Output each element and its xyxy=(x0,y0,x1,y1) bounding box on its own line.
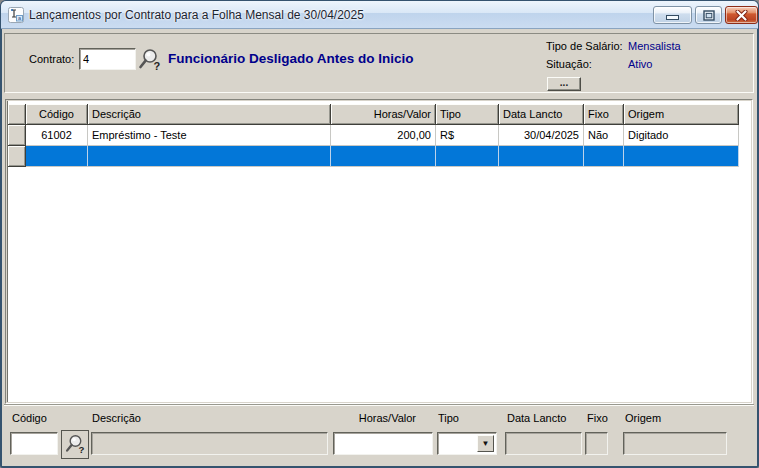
close-icon xyxy=(735,10,748,21)
footer-horas-valor-label: Horas/Valor xyxy=(333,412,433,424)
titlebar[interactable]: a Lançamentos por Contrato para a Folha … xyxy=(1,1,758,29)
minimize-button[interactable] xyxy=(653,6,692,24)
situation-value: Ativo xyxy=(628,58,652,70)
row-indicator[interactable] xyxy=(8,125,26,146)
minimize-icon xyxy=(666,15,679,20)
svg-text:?: ? xyxy=(79,444,85,455)
cell-origem[interactable]: Digitado xyxy=(624,125,739,146)
cell-fixo[interactable]: Não xyxy=(584,125,624,146)
cell-codigo-empty[interactable] xyxy=(26,146,88,167)
column-header-codigo[interactable]: Código xyxy=(26,104,88,125)
footer-data-lancto-label: Data Lancto xyxy=(507,412,566,424)
search-icon: ? xyxy=(64,432,86,457)
edit-panel: Código ? Descrição Horas/Valor Tipo ▼ Da… xyxy=(4,404,754,462)
footer-descricao-input xyxy=(91,432,328,455)
cell-origem-empty[interactable] xyxy=(624,146,739,167)
svg-text:?: ? xyxy=(154,60,161,72)
footer-origem-label: Origem xyxy=(625,412,661,424)
footer-fixo-input xyxy=(585,432,608,455)
footer-search-button[interactable]: ? xyxy=(61,430,89,459)
footer-horas-valor-input[interactable] xyxy=(333,432,433,455)
form-icon: a xyxy=(8,7,24,23)
grid-body: Código Descrição Horas/Valor Tipo Data L… xyxy=(7,101,751,402)
cell-tipo-empty[interactable] xyxy=(436,146,499,167)
footer-codigo-input[interactable] xyxy=(10,432,58,455)
cell-horas-valor-empty[interactable] xyxy=(331,146,436,167)
column-header-data-lancto[interactable]: Data Lancto xyxy=(499,104,584,125)
footer-data-lancto-input xyxy=(505,432,582,455)
contract-label: Contrato: xyxy=(29,53,74,65)
cell-data-lancto[interactable]: 30/04/2025 xyxy=(499,125,584,146)
cell-codigo[interactable]: 61002 xyxy=(26,125,88,146)
contract-header-panel: Contrato: ? Funcionário Desligado Antes … xyxy=(4,33,754,93)
footer-origem-input xyxy=(623,432,727,455)
column-header-fixo[interactable]: Fixo xyxy=(584,104,624,125)
footer-tipo-label: Tipo xyxy=(438,412,459,424)
employee-status-heading: Funcionário Desligado Antes do Inicio xyxy=(168,51,414,66)
column-header-tipo[interactable]: Tipo xyxy=(436,104,499,125)
cell-descricao[interactable]: Empréstimo - Teste xyxy=(88,125,331,146)
row-indicator[interactable] xyxy=(8,146,26,167)
column-header-descricao[interactable]: Descrição xyxy=(88,104,331,125)
column-header-origem[interactable]: Origem xyxy=(624,104,739,125)
maximize-icon xyxy=(703,10,715,21)
cell-horas-valor[interactable]: 200,00 xyxy=(331,125,436,146)
salary-type-value: Mensalista xyxy=(628,40,681,52)
footer-fixo-label: Fixo xyxy=(587,412,608,424)
footer-tipo-combobox[interactable]: ▼ xyxy=(437,432,497,455)
maximize-button[interactable] xyxy=(695,6,722,24)
selected-row[interactable] xyxy=(8,146,739,167)
footer-descricao-label: Descrição xyxy=(92,412,141,424)
cell-tipo[interactable]: R$ xyxy=(436,125,499,146)
table-row[interactable]: 61002 Empréstimo - Teste 200,00 R$ 30/04… xyxy=(8,125,739,146)
launch-grid: Código Descrição Horas/Valor Tipo Data L… xyxy=(5,99,753,404)
situation-label: Situação: xyxy=(546,58,592,70)
chevron-down-icon[interactable]: ▼ xyxy=(477,435,494,452)
more-options-button[interactable]: ... xyxy=(547,77,581,91)
cell-fixo-empty[interactable] xyxy=(584,146,624,167)
contract-input[interactable] xyxy=(79,48,136,70)
row-indicator-header xyxy=(8,104,26,125)
search-icon[interactable]: ? xyxy=(137,47,162,73)
footer-codigo-label: Código xyxy=(12,412,47,424)
cell-data-lancto-empty[interactable] xyxy=(499,146,584,167)
salary-type-label: Tipo de Salário: xyxy=(546,40,623,52)
cell-descricao-empty[interactable] xyxy=(88,146,331,167)
column-header-horas-valor[interactable]: Horas/Valor xyxy=(331,104,436,125)
app-window: a Lançamentos por Contrato para a Folha … xyxy=(0,0,759,468)
close-button[interactable] xyxy=(725,6,758,24)
grid-header-row: Código Descrição Horas/Valor Tipo Data L… xyxy=(8,104,739,125)
window-title: Lançamentos por Contrato para a Folha Me… xyxy=(29,1,364,29)
